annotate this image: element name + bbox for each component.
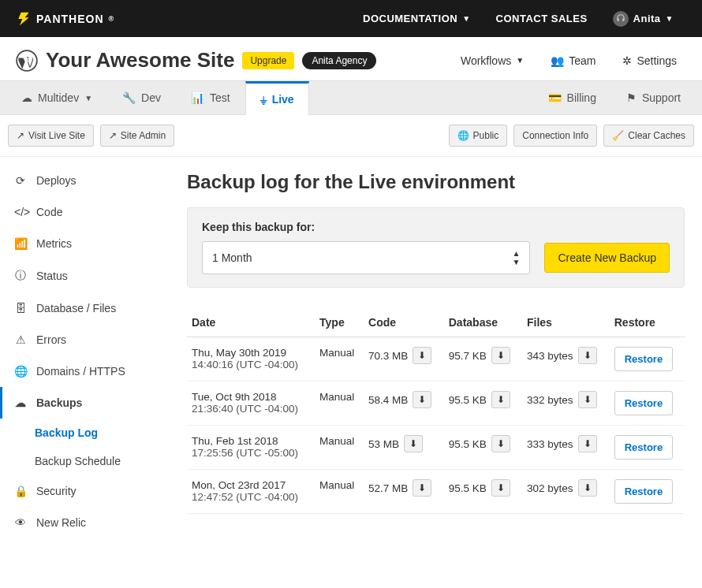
headset-icon xyxy=(615,13,626,24)
settings-link[interactable]: ✲ Settings xyxy=(613,54,686,67)
tab-billing[interactable]: 💳 Billing xyxy=(533,81,611,114)
db-size: 95.5 KB xyxy=(449,394,487,406)
user-menu[interactable]: Anita ▼ xyxy=(600,11,686,27)
eye-icon: 👁 xyxy=(14,516,27,529)
restore-button[interactable]: Restore xyxy=(614,391,673,415)
external-link-icon: ↗ xyxy=(17,130,24,141)
download-icon: ⬇ xyxy=(418,350,426,361)
download-db-button[interactable]: ⬇ xyxy=(491,435,510,452)
tab-live-label: Live xyxy=(272,93,294,106)
documentation-label: DOCUMENTATION xyxy=(363,13,457,24)
files-size: 333 bytes xyxy=(527,438,573,450)
visit-site-label: Visit Live Site xyxy=(28,130,85,141)
sidebar-backups-label: Backups xyxy=(36,396,82,409)
download-code-button[interactable]: ⬇ xyxy=(413,479,431,497)
brand-logo[interactable]: PANTHEON® xyxy=(16,11,114,27)
chevron-down-icon: ▼ xyxy=(462,14,470,23)
sidebar-item-errors[interactable]: ⚠Errors xyxy=(0,324,170,355)
sidebar-item-security[interactable]: 🔒Security xyxy=(0,475,170,507)
visit-site-button[interactable]: ↗ Visit Live Site xyxy=(8,125,94,147)
clear-caches-button[interactable]: 🧹 Clear Caches xyxy=(603,125,694,147)
sidebar-security-label: Security xyxy=(36,485,77,497)
tab-test[interactable]: 📊 Test xyxy=(176,81,245,114)
download-db-button[interactable]: ⬇ xyxy=(491,391,510,408)
download-files-button[interactable]: ⬇ xyxy=(578,479,597,497)
upgrade-badge[interactable]: Upgrade xyxy=(242,52,294,69)
site-admin-button[interactable]: ↗ Site Admin xyxy=(100,125,174,147)
gear-icon: ✲ xyxy=(622,54,632,67)
download-db-button[interactable]: ⬇ xyxy=(491,347,510,364)
create-backup-box: Keep this backup for: 1 Month ▲▼ Create … xyxy=(187,207,685,288)
backup-date: Tue, Oct 9th 2018 xyxy=(192,391,310,403)
card-icon: 💳 xyxy=(548,91,562,104)
sidebar-item-newrelic[interactable]: 👁New Relic xyxy=(0,507,170,538)
download-icon: ⬇ xyxy=(584,438,592,449)
settings-label: Settings xyxy=(637,54,677,67)
documentation-link[interactable]: DOCUMENTATION ▼ xyxy=(350,13,484,24)
globe-icon: 🌐 xyxy=(457,130,469,141)
tab-support[interactable]: ⚑ Support xyxy=(611,81,696,114)
table-row: Tue, Oct 9th 201821:36:40 (UTC -04:00)Ma… xyxy=(187,381,685,426)
download-icon: ⬇ xyxy=(409,438,417,449)
info-icon: ⓘ xyxy=(14,269,27,283)
contact-sales-link[interactable]: CONTACT SALES xyxy=(484,13,600,24)
sidebar-item-code[interactable]: </>Code xyxy=(0,196,170,228)
table-row: Thu, Feb 1st 201817:25:56 (UTC -05:00)Ma… xyxy=(187,426,685,470)
download-files-button[interactable]: ⬇ xyxy=(578,347,597,364)
sidebar-item-database[interactable]: 🗄Database / Files xyxy=(0,292,170,324)
sidebar-item-domains[interactable]: 🌐Domains / HTTPS xyxy=(0,355,170,387)
code-size: 52.7 MB xyxy=(368,482,408,494)
sidebar-item-deploys[interactable]: ⟳Deploys xyxy=(0,165,170,196)
workflows-link[interactable]: Workflows ▼ xyxy=(451,54,533,67)
database-icon: 🗄 xyxy=(14,302,27,314)
download-files-button[interactable]: ⬇ xyxy=(578,435,597,452)
backup-type: Manual xyxy=(315,470,364,514)
clear-caches-label: Clear Caches xyxy=(628,130,685,141)
backup-type: Manual xyxy=(315,337,364,381)
download-code-button[interactable]: ⬇ xyxy=(413,391,431,408)
restore-button[interactable]: Restore xyxy=(614,479,673,504)
connection-info-button[interactable]: Connection Info xyxy=(513,125,597,147)
sidebar-item-backups[interactable]: ☁Backups xyxy=(0,387,170,419)
sidebar-item-metrics[interactable]: 📶Metrics xyxy=(0,228,170,259)
tab-dev[interactable]: 🔧 Dev xyxy=(107,81,176,114)
warning-icon: ⚠ xyxy=(14,333,27,346)
sidebar-item-status[interactable]: ⓘStatus xyxy=(0,259,170,292)
col-database: Database xyxy=(444,308,522,337)
sidebar-sub-backup-schedule[interactable]: Backup Schedule xyxy=(0,447,170,475)
download-code-button[interactable]: ⬇ xyxy=(404,435,423,452)
download-files-button[interactable]: ⬇ xyxy=(578,391,597,408)
col-code: Code xyxy=(364,308,444,337)
download-icon: ⬇ xyxy=(497,438,505,449)
sidebar-db-label: Database / Files xyxy=(36,302,116,314)
globe-icon: 🌐 xyxy=(14,365,27,378)
team-label: Team xyxy=(569,54,596,67)
files-size: 302 bytes xyxy=(527,482,573,494)
download-db-button[interactable]: ⬇ xyxy=(491,479,510,497)
restore-button[interactable]: Restore xyxy=(614,435,673,460)
code-icon: </> xyxy=(14,206,27,218)
site-title: Your Awesome Site xyxy=(46,48,234,73)
tab-multidev[interactable]: ☁ Multidev ▼ xyxy=(6,81,107,114)
tab-live[interactable]: ⏚ Live xyxy=(245,81,309,115)
create-backup-button[interactable]: Create New Backup xyxy=(544,243,670,273)
tab-dev-label: Dev xyxy=(141,91,161,104)
team-link[interactable]: 👥 Team xyxy=(541,54,605,67)
tab-billing-label: Billing xyxy=(567,91,596,104)
backup-table: Date Type Code Database Files Restore Th… xyxy=(187,308,685,514)
chevron-down-icon: ▼ xyxy=(516,56,524,65)
restore-button[interactable]: Restore xyxy=(614,347,673,371)
keep-duration-select[interactable]: 1 Month ▲▼ xyxy=(202,241,530,274)
public-button[interactable]: 🌐 Public xyxy=(449,125,508,147)
backup-date: Thu, Feb 1st 2018 xyxy=(192,435,310,447)
db-size: 95.7 KB xyxy=(449,350,487,362)
sidebar-newrelic-label: New Relic xyxy=(36,516,86,529)
download-code-button[interactable]: ⬇ xyxy=(413,347,431,364)
sidebar-code-label: Code xyxy=(36,206,62,218)
sidebar-sub-backup-log[interactable]: Backup Log xyxy=(0,419,170,447)
backup-time: 17:25:56 (UTC -05:00) xyxy=(192,447,310,459)
heartbeat-icon: ⏚ xyxy=(260,93,267,106)
svg-marker-0 xyxy=(18,12,28,25)
registered-mark: ® xyxy=(109,15,115,23)
download-icon: ⬇ xyxy=(418,394,426,405)
